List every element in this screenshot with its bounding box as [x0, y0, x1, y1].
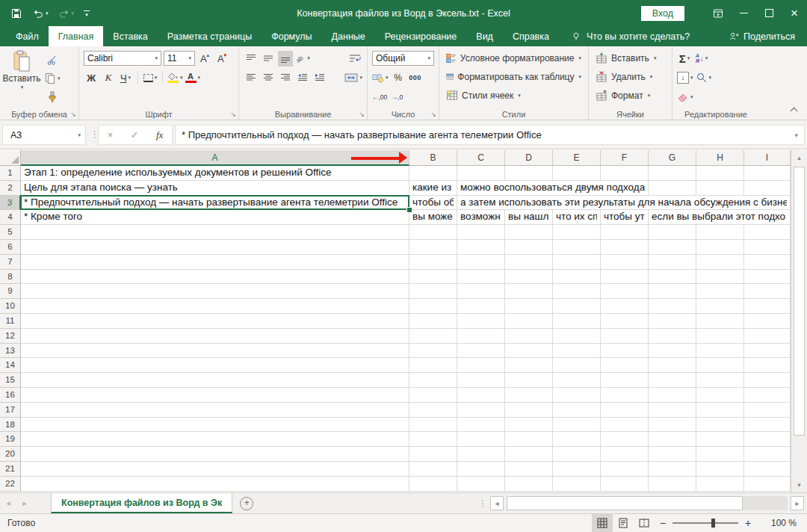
comma-style-button[interactable]: 000 — [408, 70, 423, 86]
insert-cells-button[interactable]: Вставить▾ — [591, 49, 670, 67]
number-dialog-launcher[interactable]: ↘ — [430, 111, 436, 118]
merge-dropdown-icon[interactable]: ▾ — [359, 75, 362, 81]
scroll-right-button[interactable]: ▸ — [791, 496, 804, 510]
zoom-out-button[interactable]: − — [655, 517, 671, 529]
page-layout-view-button[interactable] — [613, 514, 634, 532]
row-header-2[interactable]: 2 — [0, 181, 21, 196]
italic-button[interactable]: К — [101, 70, 116, 86]
minimize-button[interactable] — [731, 0, 756, 26]
orientation-button[interactable]: ab▾ — [295, 51, 310, 66]
scrollbar-resize-handle[interactable]: ⋮ — [478, 498, 487, 509]
sheet-nav-prev-icon[interactable]: ◂ — [0, 493, 16, 513]
row-header-9[interactable]: 9 — [0, 284, 21, 299]
redo-button[interactable]: ▾ — [58, 7, 75, 19]
clipboard-dialog-launcher[interactable]: ↘ — [70, 111, 76, 118]
row-header-16[interactable]: 16 — [0, 388, 21, 403]
row-header-19[interactable]: 19 — [0, 432, 21, 447]
column-header-E[interactable]: E — [553, 150, 601, 166]
clear-button[interactable]: ▾ — [677, 90, 693, 105]
tab-9[interactable]: Справка — [503, 26, 559, 46]
format-table-dropdown-icon[interactable]: ▾ — [578, 74, 581, 80]
horizontal-scrollbar-thumb[interactable] — [507, 496, 743, 510]
sign-in-button[interactable]: Вход — [641, 6, 684, 21]
new-sheet-button[interactable]: + — [232, 493, 261, 513]
enter-entry-icon[interactable]: ✓ — [131, 129, 139, 140]
fill-button[interactable]: ↓▾ — [677, 70, 693, 86]
merge-center-button[interactable]: ▾ — [344, 70, 362, 86]
horizontal-scrollbar[interactable]: ⋮ ◂ ▸ — [478, 493, 807, 513]
find-dropdown-icon[interactable]: ▾ — [709, 75, 712, 81]
fill-handle[interactable] — [406, 207, 412, 213]
cell-A4[interactable]: * Кроме того — [24, 210, 406, 224]
row-header-20[interactable]: 20 — [0, 447, 21, 462]
align-center-button[interactable] — [261, 70, 276, 86]
increase-indent-button[interactable] — [312, 70, 327, 86]
copy-dropdown-icon[interactable]: ▾ — [58, 75, 61, 81]
cut-button[interactable] — [44, 52, 61, 67]
row-header-21[interactable]: 21 — [0, 462, 21, 477]
row-header-18[interactable]: 18 — [0, 418, 21, 433]
tab-6[interactable]: Данные — [322, 26, 375, 46]
align-bottom-button[interactable] — [278, 51, 293, 66]
scroll-left-button[interactable]: ◂ — [490, 496, 504, 510]
alignment-dialog-launcher[interactable]: ↘ — [359, 111, 365, 118]
fill-color-dropdown-icon[interactable]: ▾ — [180, 75, 183, 81]
row-header-8[interactable]: 8 — [0, 270, 21, 285]
column-header-C[interactable]: C — [457, 150, 505, 166]
orientation-dropdown-icon[interactable]: ▾ — [307, 55, 310, 61]
wrap-text-button[interactable] — [347, 51, 362, 66]
borders-dropdown-icon[interactable]: ▾ — [155, 75, 158, 81]
tab-8[interactable]: Вид — [466, 26, 503, 46]
font-color-dropdown-icon[interactable]: ▾ — [198, 75, 201, 81]
underline-button[interactable]: Ч▾ — [118, 70, 133, 86]
cell-styles-dropdown-icon[interactable]: ▾ — [518, 93, 521, 99]
fill-color-button[interactable]: ▾ — [167, 70, 183, 86]
row-header-7[interactable]: 7 — [0, 255, 21, 270]
tab-5[interactable]: Формулы — [262, 26, 321, 46]
row-header-17[interactable]: 17 — [0, 403, 21, 418]
worksheet-grid[interactable]: ABCDEFGHI1234567891011121314151617181920… — [0, 150, 791, 492]
conditional-formatting-button[interactable]: Условное форматирование▾ — [442, 49, 586, 67]
clear-dropdown-icon[interactable]: ▾ — [690, 94, 693, 100]
format-cells-button[interactable]: Формат▾ — [591, 86, 670, 105]
increase-decimal-button[interactable]: ←,00 — [372, 90, 387, 105]
cell-G4[interactable]: если вы выбрали этот подхо — [652, 210, 787, 224]
cell-D4[interactable]: вы нашли — [508, 210, 549, 224]
shrink-font-button[interactable]: А▾ — [214, 51, 229, 66]
align-right-button[interactable] — [278, 70, 293, 86]
share-button[interactable]: Поделиться — [729, 26, 795, 46]
tab-7[interactable]: Рецензирование — [375, 26, 467, 46]
tab-3[interactable]: Вставка — [103, 26, 157, 46]
customize-quick-access-button[interactable]: ▾ — [84, 10, 90, 16]
close-button[interactable]: × — [782, 0, 807, 26]
column-header-B[interactable]: B — [409, 150, 457, 166]
insert-function-icon[interactable]: fx — [156, 129, 163, 141]
row-header-3[interactable]: 3 — [0, 196, 21, 211]
sheet-tab-active[interactable]: Конвертация файлов из Ворд в Эк — [51, 493, 232, 513]
column-header-G[interactable]: G — [649, 150, 696, 166]
paste-dropdown-icon[interactable]: ▾ — [21, 84, 24, 90]
find-select-button[interactable]: ▾ — [696, 70, 712, 86]
undo-button[interactable]: ▾ — [32, 7, 49, 19]
cell-F4[interactable]: чтобы уто — [604, 210, 645, 224]
collapse-ribbon-icon[interactable] — [791, 108, 798, 115]
grow-font-button[interactable]: А▴ — [197, 51, 212, 66]
autosum-dropdown-icon[interactable]: ▾ — [687, 55, 690, 61]
number-format-dropdown-icon[interactable]: ▾ — [427, 55, 430, 61]
save-button[interactable] — [10, 7, 22, 19]
zoom-level[interactable]: 100 % — [761, 518, 797, 528]
font-dialog-launcher[interactable]: ↘ — [230, 111, 236, 118]
decrease-decimal-button[interactable]: →,0 — [389, 90, 404, 105]
column-header-F[interactable]: F — [601, 150, 649, 166]
column-header-H[interactable]: H — [696, 150, 744, 166]
cell-styles-button[interactable]: Стили ячеек▾ — [442, 86, 586, 105]
column-header-D[interactable]: D — [505, 150, 553, 166]
page-break-view-button[interactable] — [634, 514, 655, 532]
redo-dropdown-icon[interactable]: ▾ — [72, 10, 75, 16]
tell-me-box[interactable]: Что вы хотите сделать? — [571, 26, 690, 46]
ribbon-display-options-button[interactable] — [705, 0, 731, 26]
bold-button[interactable]: Ж — [84, 70, 99, 86]
row-header-22[interactable]: 22 — [0, 477, 21, 492]
row-header-1[interactable]: 1 — [0, 166, 21, 181]
cell-C4[interactable]: возможн — [460, 210, 501, 224]
